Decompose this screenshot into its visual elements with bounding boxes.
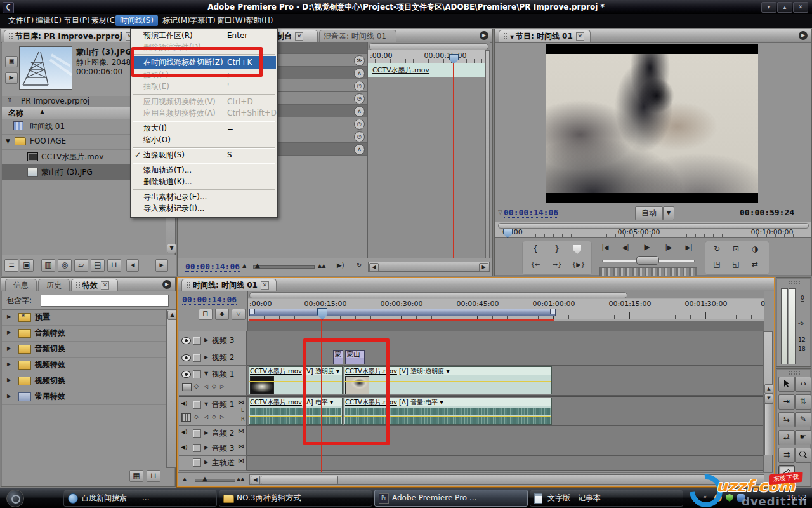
find-button[interactable]: ◎ (58, 259, 72, 272)
scroll-thumb[interactable] (261, 476, 338, 485)
speaker-icon[interactable]: ◀) (181, 444, 187, 450)
speaker-icon[interactable]: ◀) (181, 400, 187, 406)
viewing-area-bar[interactable] (369, 43, 488, 50)
scroll-right-icon[interactable]: ▶ (479, 263, 488, 272)
zoom-in-icon[interactable]: ▲▲ (318, 263, 325, 269)
collapse-icon[interactable]: ∧ (354, 106, 365, 117)
expanded-icon[interactable]: ▼ (6, 138, 10, 144)
razor-tool-selected[interactable] (778, 465, 795, 481)
track-lock-icon[interactable] (193, 354, 201, 362)
toggle-track-output-icon[interactable] (181, 371, 191, 378)
toggle-track-output-icon[interactable] (181, 337, 191, 344)
track-lock-icon[interactable] (193, 337, 201, 345)
timeline-ruler[interactable]: :00:00 00:00:15:00 00:00:30:00 00:00:45:… (248, 299, 764, 319)
list-view-button[interactable]: ≡ (4, 259, 18, 272)
sort-asc-icon[interactable]: ▲ (40, 109, 44, 115)
track-lock-icon[interactable] (193, 458, 201, 467)
effects-folder[interactable]: ▶ 视频特效 (2, 357, 166, 373)
quality-dropdown[interactable]: 自动 (635, 206, 663, 220)
step-forward-button[interactable]: |▶ (660, 242, 677, 253)
track-header-audio1[interactable]: ◀) ▼ 音频 1 ⋈ ◇ ◁ ◇ ▷ L R (179, 397, 247, 426)
track-lock-icon[interactable] (193, 370, 201, 378)
scroll-left-icon[interactable]: ◀ (251, 476, 260, 485)
poster-frame-button[interactable]: ▣ (5, 56, 18, 67)
taskbar-button-notepad[interactable]: 文字版 - 记事本 (530, 490, 683, 507)
toggle-track-output-icon[interactable] (181, 354, 191, 361)
expanded-icon[interactable]: ▼ (204, 401, 208, 407)
tab-audio-mixer[interactable]: 混音器: 时间线 01 (319, 30, 396, 42)
mini-ruler[interactable]: :00:00 00:00:15:00 (368, 50, 490, 64)
stopwatch-icon[interactable]: ◷ (354, 93, 365, 104)
speaker-icon[interactable]: ◀) (181, 429, 187, 435)
safe-margins-button[interactable]: ⊡ (728, 244, 743, 255)
zoom-slider-thumb[interactable]: ▲ (202, 475, 207, 482)
track-header-video3[interactable]: ▶ 视频 3 (179, 331, 247, 349)
menu-item[interactable]: 删除轨道(K)... (132, 176, 276, 187)
scroll-up-icon[interactable]: ▲ (167, 311, 177, 320)
new-custom-bin-button[interactable]: ▦ (129, 470, 143, 482)
work-area-bar[interactable] (249, 309, 556, 316)
display-style-icon[interactable] (182, 383, 192, 391)
collapsed-icon[interactable]: ▶ (204, 430, 208, 436)
zoom-slider-thumb[interactable]: ▲ (255, 262, 260, 269)
zoom-in-icon[interactable]: ▲▲ (237, 476, 244, 482)
add-keyframe-icon[interactable]: ◇ (212, 413, 216, 420)
hand-tool[interactable]: ☛ (795, 430, 811, 445)
lift-button[interactable]: ◳ (709, 259, 724, 271)
start-button[interactable] (6, 490, 24, 507)
menu-item-snap[interactable]: ✓边缘吸附(S)S (132, 149, 276, 161)
stopwatch-icon[interactable]: ◷ (354, 119, 365, 130)
mini-vscrollbar[interactable] (485, 50, 490, 269)
fx-dropdown-icon[interactable]: ▾ (438, 399, 443, 406)
scroll-left-icon[interactable]: ◀ (369, 263, 379, 272)
viewing-area-bar[interactable] (249, 292, 627, 298)
menu-help[interactable]: 帮助(H) (242, 15, 277, 26)
waveform-style-icon[interactable] (181, 413, 191, 422)
play-audio-icon[interactable]: ▶) (337, 262, 344, 269)
shuttle-thumb[interactable] (636, 256, 659, 265)
effects-folder[interactable]: ▶ 音频切换 (2, 341, 166, 358)
set-in-point-button[interactable]: { (527, 244, 544, 255)
go-to-in-button[interactable]: {← (527, 259, 544, 271)
next-edit-button[interactable]: ▶| (681, 242, 697, 253)
delete-effects-button[interactable]: ⊔ (147, 470, 160, 482)
automate-to-sequence-button[interactable]: ▥ (41, 259, 55, 272)
flyout-icon[interactable]: ▼ (510, 34, 516, 40)
ripple-edit-tool[interactable]: ⇥ (778, 394, 795, 410)
set-marker-button[interactable] (573, 245, 581, 254)
tab-effects[interactable]: 特效✕ (71, 279, 118, 291)
scroll-thumb[interactable] (764, 403, 773, 455)
menu-timeline[interactable]: 时间线(S) (115, 15, 158, 26)
track-select-tool[interactable]: ↔ (795, 377, 811, 392)
scroll-left-button[interactable]: ◀ (126, 259, 139, 272)
selection-tool[interactable] (778, 377, 795, 392)
effects-folder[interactable]: ▶ 视频切换 (2, 373, 166, 389)
menu-item[interactable]: 添加轨道(T)... (132, 164, 276, 176)
play-in-to-out-button[interactable]: {▶} (570, 259, 587, 271)
program-timecode[interactable]: 00:00:14:06 (504, 208, 558, 218)
previous-edit-button[interactable]: |◀ (597, 242, 613, 253)
collapsed-icon[interactable]: ▶ (204, 337, 208, 343)
panel-menu-icon[interactable]: ▶ (480, 31, 488, 40)
scroll-right-button[interactable]: ▶ (155, 259, 168, 272)
tray-qq-icon[interactable] (714, 494, 722, 502)
tray-msg-icon[interactable] (737, 494, 745, 502)
track-lock-icon[interactable] (193, 401, 201, 409)
expanded-icon[interactable]: ▼ (204, 371, 208, 377)
bin-up-icon[interactable]: ⇧ (7, 97, 12, 104)
next-keyframe-icon[interactable]: ▷ (220, 414, 224, 420)
taskbar-button-baidu[interactable]: 百度新闻搜索——... (63, 490, 217, 507)
loop-button[interactable]: ↻ (709, 244, 724, 255)
stopwatch-icon[interactable]: ◷ (354, 131, 365, 142)
menu-item[interactable]: 导出素材记录(E)... (132, 191, 276, 203)
keyframe-toggle-icon[interactable]: ◇ (194, 383, 199, 389)
add-keyframe-icon[interactable]: ◇ (212, 383, 216, 389)
trash-button[interactable]: ⊔ (107, 259, 121, 272)
close-panel-icon[interactable]: ✕ (101, 281, 109, 290)
tab-info[interactable]: 信息 (5, 279, 37, 291)
track-master[interactable] (247, 456, 764, 471)
pen-tool[interactable]: ✎ (795, 412, 811, 427)
zoom-slider[interactable] (253, 265, 315, 269)
effect-hscrollbar[interactable]: ◀ ▶ (368, 262, 490, 272)
slide-tool[interactable]: ⇉ (778, 448, 795, 463)
